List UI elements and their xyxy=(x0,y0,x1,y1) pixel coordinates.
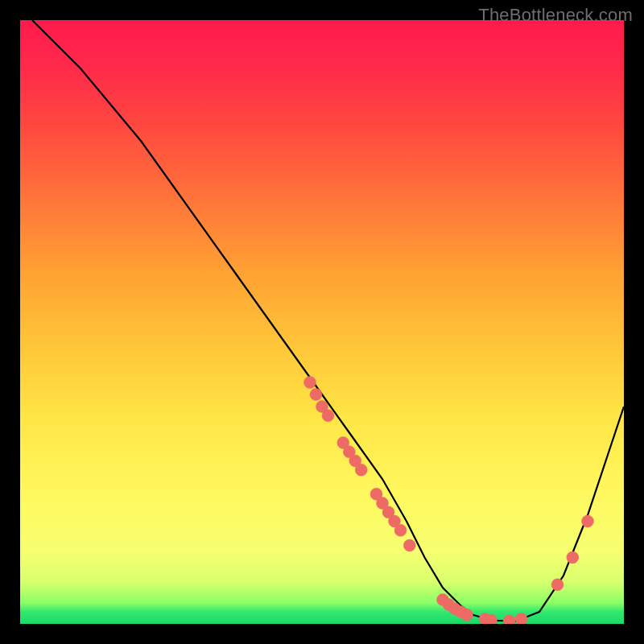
plot-area xyxy=(20,20,624,624)
scatter-right-cluster-point xyxy=(582,515,594,527)
chart-frame: TheBottleneck.com xyxy=(0,0,644,644)
scatter-left-cluster-point xyxy=(355,464,367,476)
scatter-right-cluster-point xyxy=(567,551,579,564)
scatter-minimum-cluster-point xyxy=(515,613,527,625)
scatter-left-cluster-point xyxy=(322,410,334,422)
bottleneck-curve xyxy=(32,20,624,621)
scatter-right-cluster-point xyxy=(551,579,564,591)
chart-overlay-svg xyxy=(20,20,624,624)
scatter-left-cluster-point xyxy=(310,389,322,401)
scatter-left-cluster-point xyxy=(394,524,407,536)
scatter-left-cluster-point xyxy=(304,377,316,389)
attribution-label: TheBottleneck.com xyxy=(478,5,633,26)
scatter-minimum-cluster-point xyxy=(485,614,497,624)
scatter-left-cluster-point xyxy=(403,539,415,551)
scatter-minimum-cluster-point xyxy=(503,615,515,624)
scatter-minimum-cluster-point xyxy=(461,609,473,621)
scatter-markers xyxy=(304,377,594,625)
